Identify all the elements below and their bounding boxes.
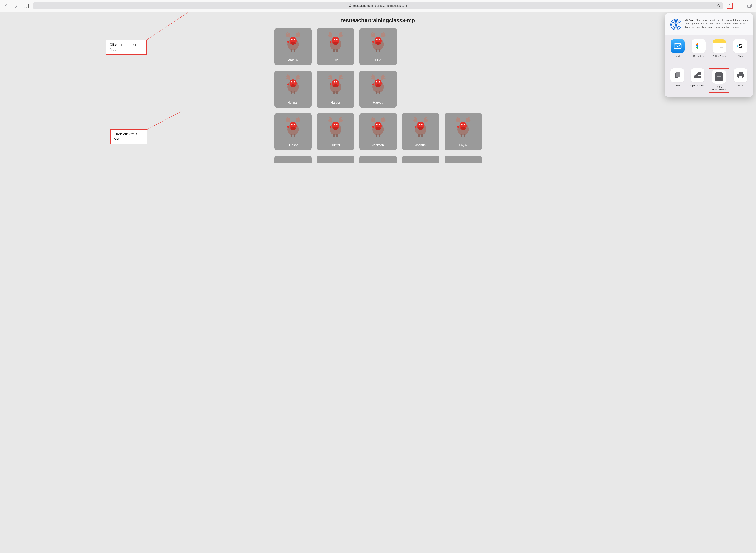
share-action-copy[interactable]: Copy (668, 68, 686, 93)
share-action-open-in-news[interactable]: Open in News (688, 68, 706, 93)
svg-point-55 (290, 127, 296, 130)
student-avatar-icon (452, 116, 474, 138)
chevron-left-icon (5, 4, 8, 8)
student-avatar-icon (367, 31, 389, 53)
url-text: testteachertrainingclass3-mp.mpclass.com (353, 4, 407, 7)
print-icon (734, 68, 748, 82)
airdrop-label: AirDrop (685, 19, 694, 21)
student-card[interactable]: Hudson (274, 113, 312, 150)
svg-point-17 (330, 41, 332, 43)
svg-point-54 (293, 124, 295, 125)
svg-rect-22 (376, 49, 377, 52)
svg-point-67 (376, 124, 377, 125)
student-avatar-icon (367, 116, 389, 138)
share-action-print[interactable]: Print (732, 68, 750, 93)
svg-point-82 (464, 124, 465, 125)
share-action-add-to-home-screen[interactable]: Add to Home Screen (709, 68, 730, 93)
share-app-notes[interactable]: Add to Notes (710, 39, 729, 60)
svg-point-93 (696, 48, 697, 49)
svg-rect-37 (336, 91, 338, 94)
svg-rect-72 (421, 134, 423, 137)
share-app-mail[interactable]: Mail (668, 39, 687, 60)
share-app-reminders[interactable]: Reminders (689, 39, 708, 60)
new-tab-button[interactable] (737, 3, 743, 9)
student-name: Joshua (415, 143, 426, 147)
reload-icon (717, 4, 720, 8)
svg-point-81 (461, 124, 463, 125)
student-name: Hannah (287, 101, 299, 104)
svg-point-83 (460, 127, 466, 130)
student-avatar-icon (325, 31, 346, 53)
svg-point-89 (675, 24, 677, 25)
share-button[interactable] (727, 3, 733, 9)
student-name: Harvey (373, 101, 383, 104)
airdrop-section[interactable]: AirDrop. Share instantly with people nea… (665, 13, 753, 35)
student-card[interactable] (359, 156, 397, 163)
svg-point-19 (336, 39, 337, 40)
svg-point-61 (336, 124, 337, 125)
svg-rect-16 (336, 49, 338, 52)
url-bar[interactable]: testteachertrainingclass3-mp.mpclass.com (33, 2, 723, 9)
share-action-label: Add to Home Screen (712, 85, 726, 91)
svg-point-27 (375, 42, 381, 45)
bookmarks-button[interactable] (23, 3, 29, 9)
svg-point-25 (376, 39, 377, 40)
student-card[interactable]: Layla (444, 113, 482, 150)
student-name: Jackson (372, 143, 384, 147)
svg-point-11 (291, 39, 292, 40)
student-avatar-icon (325, 116, 346, 138)
back-button[interactable] (4, 3, 9, 9)
student-card[interactable]: Jackson (359, 113, 397, 150)
svg-rect-79 (464, 134, 465, 137)
svg-point-24 (372, 41, 374, 43)
student-card[interactable] (402, 156, 439, 163)
svg-rect-30 (294, 91, 295, 94)
share-action-label: Open in News (690, 84, 704, 90)
svg-point-59 (330, 126, 332, 128)
notes-icon (712, 39, 726, 53)
svg-rect-57 (333, 134, 335, 137)
student-avatar-icon (367, 74, 389, 95)
student-name: Hudson (287, 143, 299, 147)
svg-point-53 (291, 124, 292, 125)
svg-rect-58 (336, 134, 338, 137)
share-action-label: Print (738, 84, 743, 90)
svg-point-46 (376, 81, 377, 83)
student-card[interactable]: Hannah (274, 71, 312, 108)
svg-point-41 (333, 84, 338, 87)
svg-point-47 (379, 81, 380, 83)
svg-point-26 (379, 39, 380, 40)
student-card[interactable]: Ellie (317, 28, 354, 65)
svg-point-69 (375, 127, 381, 130)
share-app-label: Slack (738, 55, 743, 60)
svg-rect-8 (291, 49, 292, 52)
student-card[interactable] (444, 156, 482, 163)
svg-rect-71 (418, 134, 420, 137)
student-card[interactable]: Harper (317, 71, 354, 108)
student-card[interactable]: Hunter (317, 113, 354, 150)
share-apps-row: Mail Reminders (665, 35, 753, 64)
svg-rect-51 (294, 134, 295, 137)
plus-icon (738, 4, 742, 8)
student-card[interactable]: Joshua (402, 113, 439, 150)
student-name: Harper (331, 101, 340, 104)
browser-toolbar: testteachertrainingclass3-mp.mpclass.com (0, 0, 756, 12)
svg-rect-113 (739, 72, 743, 74)
student-card[interactable]: Amelia (274, 28, 312, 65)
svg-rect-65 (379, 134, 380, 137)
share-app-label: Add to Notes (713, 55, 726, 60)
svg-point-76 (418, 127, 423, 130)
copy-icon (670, 68, 684, 82)
lock-icon (349, 4, 351, 7)
student-card[interactable] (274, 156, 312, 163)
student-card[interactable]: Ellie (359, 28, 397, 65)
forward-button[interactable] (13, 3, 19, 9)
reload-button[interactable] (717, 4, 720, 8)
tabs-button[interactable] (747, 3, 752, 9)
slack-icon: S (733, 39, 747, 53)
student-card[interactable]: Harvey (359, 71, 397, 108)
student-card[interactable] (317, 156, 354, 163)
book-icon (24, 4, 29, 8)
svg-point-18 (334, 39, 335, 40)
share-app-slack[interactable]: S Slack (731, 39, 750, 60)
